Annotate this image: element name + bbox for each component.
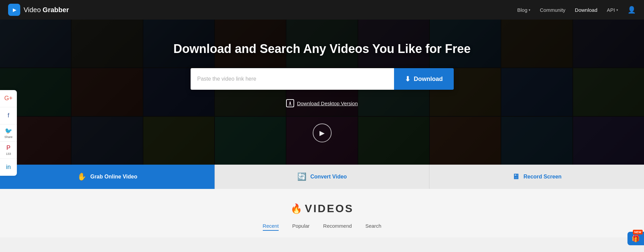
nav-community[interactable]: Community	[540, 7, 565, 13]
tab-convert-label: Convert Video	[310, 174, 347, 180]
pinterest-icon: P	[6, 144, 10, 151]
download-button[interactable]: ⬇ Download	[394, 68, 454, 90]
feature-tabs: ✋ Grab Online Video 🔄 Convert Video 🖥 Re…	[0, 165, 644, 189]
facebook-icon: f	[7, 112, 9, 119]
videos-section: 🔥 VIDEOS Recent Popular Recommend Search	[0, 189, 644, 237]
logo[interactable]: Video Grabber	[8, 4, 69, 16]
social-facebook-button[interactable]: f	[0, 107, 17, 124]
hero-title: Download and Search Any Videos You Like …	[7, 42, 637, 56]
chevron-down-icon: ▾	[616, 8, 618, 12]
video-url-input[interactable]	[191, 68, 394, 90]
desktop-link-wrapper: ⬇ Download Desktop Version	[7, 99, 637, 117]
play-icon: ▶	[319, 129, 325, 137]
desktop-download-icon: ⬇	[286, 99, 294, 107]
social-pinterest-button[interactable]: P 133	[0, 142, 17, 159]
videos-filter-tabs: Recent Popular Recommend Search	[0, 223, 644, 231]
logo-icon	[8, 4, 20, 16]
user-icon[interactable]: 👤	[627, 6, 636, 14]
tab-record-screen[interactable]: 🖥 Record Screen	[429, 165, 644, 189]
download-icon: ⬇	[405, 75, 411, 83]
pinterest-count: 133	[6, 152, 11, 156]
desktop-version-link[interactable]: ⬇ Download Desktop Version	[286, 99, 358, 107]
videos-title: 🔥 VIDEOS	[0, 202, 644, 215]
hero-section: Download and Search Any Videos You Like …	[0, 20, 644, 165]
hero-content: Download and Search Any Videos You Like …	[0, 42, 644, 142]
nav-api[interactable]: API ▾	[607, 7, 618, 13]
social-twitter-button[interactable]: 🐦 Share	[0, 124, 17, 141]
nav-download[interactable]: Download	[575, 7, 597, 13]
navbar-links: Blog ▾ Community Download API ▾ 👤	[517, 6, 636, 14]
social-google-button[interactable]: G+	[0, 90, 17, 107]
grab-icon: ✋	[77, 172, 86, 181]
video-tab-popular[interactable]: Popular	[292, 223, 310, 231]
play-button[interactable]: ▶	[313, 123, 332, 142]
search-bar: ⬇ Download	[191, 68, 454, 90]
desktop-link-label: Download Desktop Version	[297, 101, 358, 106]
videos-title-text: VIDEOS	[305, 202, 354, 215]
social-linkedin-button[interactable]: in	[0, 159, 17, 176]
tab-record-label: Record Screen	[524, 174, 562, 180]
video-tab-recent[interactable]: Recent	[263, 223, 279, 231]
new-badge: NEW	[633, 230, 643, 234]
navbar: Video Grabber Blog ▾ Community Download …	[0, 0, 644, 20]
chevron-down-icon: ▾	[529, 8, 530, 12]
twitter-label: Share	[4, 135, 12, 139]
tab-convert-video[interactable]: 🔄 Convert Video	[215, 165, 430, 189]
gift-badge[interactable]: 🎁 NEW	[627, 232, 644, 237]
fire-icon: 🔥	[290, 203, 302, 214]
nav-blog[interactable]: Blog ▾	[517, 7, 530, 13]
linkedin-icon: in	[6, 164, 11, 171]
social-sidebar: G+ f 🐦 Share P 133 in	[0, 90, 17, 176]
video-tab-search[interactable]: Search	[365, 223, 382, 231]
gift-icon: 🎁	[632, 234, 640, 237]
logo-video: Video Grabber	[24, 6, 69, 14]
record-icon: 🖥	[512, 172, 520, 181]
tab-grab-online-video[interactable]: ✋ Grab Online Video	[0, 165, 215, 189]
video-tab-recommend[interactable]: Recommend	[323, 223, 352, 231]
twitter-icon: 🐦	[5, 127, 12, 135]
google-icon: G+	[4, 95, 13, 102]
tab-grab-label: Grab Online Video	[90, 174, 137, 180]
convert-icon: 🔄	[297, 172, 306, 181]
download-button-label: Download	[414, 76, 443, 83]
